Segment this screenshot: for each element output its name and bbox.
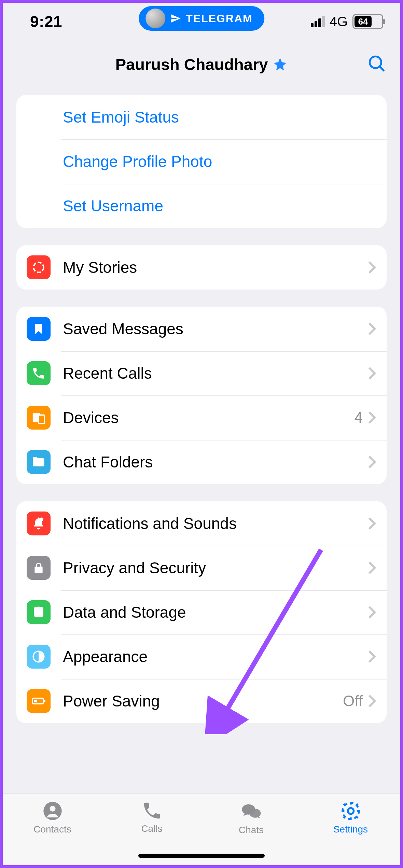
svg-point-25 bbox=[249, 809, 261, 817]
battery-icon bbox=[30, 693, 47, 709]
row-value: Off bbox=[343, 692, 363, 710]
chevron-right-icon bbox=[367, 605, 376, 619]
tab-label: Calls bbox=[141, 823, 162, 834]
set-username[interactable]: Set Username bbox=[16, 184, 387, 228]
row-label: Change Profile Photo bbox=[63, 152, 376, 171]
chats-icon bbox=[240, 800, 263, 823]
set-emoji-status[interactable]: Set Emoji Status bbox=[16, 95, 387, 139]
status-time: 9:21 bbox=[30, 12, 62, 31]
network-label: 4G bbox=[330, 14, 348, 29]
svg-point-23 bbox=[50, 806, 55, 812]
svg-point-4 bbox=[40, 114, 41, 115]
svg-rect-15 bbox=[39, 415, 44, 423]
row-label: Appearance bbox=[63, 647, 367, 666]
chevron-right-icon bbox=[367, 261, 376, 274]
phone-icon bbox=[141, 800, 163, 821]
status-bar: 9:21 4G 64 bbox=[3, 3, 400, 40]
person-icon bbox=[42, 800, 64, 822]
home-indicator[interactable] bbox=[138, 854, 265, 858]
bookmark-icon bbox=[32, 322, 45, 336]
signal-icon bbox=[311, 16, 325, 27]
status-right: 4G 64 bbox=[311, 14, 383, 29]
data-and-storage[interactable]: Data and Storage bbox=[16, 590, 387, 634]
svg-point-26 bbox=[348, 808, 353, 814]
svg-point-0 bbox=[370, 56, 381, 68]
tab-settings[interactable]: Settings bbox=[301, 800, 400, 865]
phone-icon bbox=[31, 366, 46, 380]
battery-level: 64 bbox=[355, 16, 372, 27]
chat-folders[interactable]: Chat Folders bbox=[16, 440, 387, 484]
svg-point-3 bbox=[34, 114, 36, 115]
devices-icon bbox=[31, 410, 46, 425]
row-label: Set Username bbox=[63, 197, 376, 215]
chevron-right-icon bbox=[367, 650, 376, 663]
privacy-and-security[interactable]: Privacy and Security bbox=[16, 546, 387, 590]
row-label: Recent Calls bbox=[63, 364, 367, 382]
settings-content: Set Emoji Status Change Profile Photo Se… bbox=[3, 88, 400, 794]
database-icon bbox=[31, 605, 46, 619]
row-label: Notifications and Sounds bbox=[63, 514, 367, 533]
chevron-right-icon bbox=[367, 411, 376, 424]
svg-rect-21 bbox=[34, 700, 37, 702]
row-label: My Stories bbox=[63, 258, 367, 277]
row-label: Set Emoji Status bbox=[63, 108, 376, 126]
contrast-icon bbox=[31, 649, 46, 664]
power-saving[interactable]: Power Saving Off bbox=[16, 679, 387, 723]
camera-plus-icon bbox=[28, 151, 49, 172]
chevron-right-icon bbox=[367, 366, 376, 380]
stories-icon bbox=[31, 260, 46, 275]
my-stories[interactable]: My Stories bbox=[16, 245, 387, 290]
svg-point-7 bbox=[36, 159, 41, 165]
chevron-right-icon bbox=[367, 694, 376, 708]
lock-icon bbox=[32, 561, 45, 575]
svg-point-13 bbox=[33, 262, 43, 272]
row-label: Chat Folders bbox=[63, 453, 367, 471]
chats-group: Saved Messages Recent Calls Devices 4 bbox=[16, 307, 387, 484]
chevron-right-icon bbox=[367, 561, 376, 575]
gear-icon bbox=[340, 800, 362, 822]
devices[interactable]: Devices 4 bbox=[16, 395, 387, 440]
appearance[interactable]: Appearance bbox=[16, 634, 387, 679]
row-label: Devices bbox=[63, 408, 355, 427]
svg-rect-20 bbox=[44, 700, 45, 702]
tab-contacts[interactable]: Contacts bbox=[3, 800, 102, 865]
search-button[interactable] bbox=[367, 54, 387, 75]
premium-star-icon bbox=[273, 57, 288, 72]
svg-point-10 bbox=[36, 203, 41, 209]
row-label: Power Saving bbox=[63, 692, 343, 710]
chevron-right-icon bbox=[367, 517, 376, 530]
page-title: Paurush Chaudhary bbox=[115, 55, 288, 74]
search-icon bbox=[367, 54, 387, 73]
user-name: Paurush Chaudhary bbox=[115, 55, 268, 74]
svg-line-1 bbox=[380, 67, 384, 71]
tab-label: Contacts bbox=[33, 824, 71, 835]
row-label: Data and Storage bbox=[63, 603, 367, 621]
battery-icon: 64 bbox=[352, 14, 383, 29]
folder-icon bbox=[31, 454, 46, 470]
settings-header: Paurush Chaudhary bbox=[3, 40, 400, 88]
notifications-and-sounds[interactable]: Notifications and Sounds bbox=[16, 501, 387, 546]
row-label: Saved Messages bbox=[63, 320, 367, 338]
svg-point-16 bbox=[40, 518, 44, 521]
bell-icon bbox=[31, 516, 46, 531]
emoji-plus-icon bbox=[28, 107, 49, 127]
change-profile-photo[interactable]: Change Profile Photo bbox=[16, 139, 387, 184]
row-value: 4 bbox=[355, 409, 363, 426]
saved-messages[interactable]: Saved Messages bbox=[16, 307, 387, 351]
svg-point-27 bbox=[343, 803, 359, 819]
chevron-right-icon bbox=[367, 322, 376, 336]
chevron-right-icon bbox=[367, 455, 376, 469]
at-plus-icon bbox=[28, 196, 49, 216]
recent-calls[interactable]: Recent Calls bbox=[16, 351, 387, 395]
preferences-group: Notifications and Sounds Privacy and Sec… bbox=[16, 501, 387, 723]
tab-label: Chats bbox=[239, 825, 264, 836]
stories-group: My Stories bbox=[16, 245, 387, 290]
profile-actions-group: Set Emoji Status Change Profile Photo Se… bbox=[16, 95, 387, 228]
tab-label: Settings bbox=[333, 824, 368, 835]
row-label: Privacy and Security bbox=[63, 559, 367, 577]
